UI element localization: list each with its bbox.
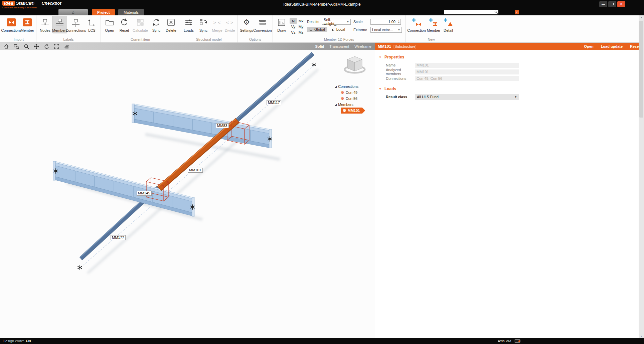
- global-axes-button[interactable]: Global: [307, 27, 327, 32]
- toggle-force-vz[interactable]: Vz: [290, 29, 297, 35]
- results-dropdown-value: Self-weight_...: [324, 18, 345, 26]
- tree-node-members[interactable]: ◢ Members: [335, 102, 365, 108]
- results-dropdown[interactable]: Self-weight_... ▼: [322, 19, 351, 25]
- search-box[interactable]: [444, 10, 498, 14]
- 3d-viewport[interactable]: MM117 MM83 MM101 MM145 MM177 ◢ Connectio…: [0, 50, 375, 338]
- tree-label-con-56: Con 56: [346, 97, 357, 101]
- section-loads[interactable]: ▼ Loads: [375, 84, 644, 94]
- beam-mm117[interactable]: [236, 52, 314, 122]
- panel-load-update-button[interactable]: Load update: [601, 44, 623, 48]
- panel-open-button[interactable]: Open: [584, 44, 594, 48]
- 3d-scene[interactable]: [0, 50, 375, 338]
- section-properties[interactable]: ▼ Properties: [375, 53, 644, 62]
- divide-button[interactable]: < > Divide: [223, 16, 236, 33]
- vertical-scrollbar[interactable]: ▲ ▼: [639, 15, 644, 338]
- sync-current-button[interactable]: Sync: [149, 16, 164, 33]
- zoom-button[interactable]: [23, 43, 29, 49]
- result-class-dropdown[interactable]: All ULS Fund ▼: [415, 94, 519, 100]
- settings-button[interactable]: ⚙ Settings: [239, 16, 254, 33]
- labels-nodes-button[interactable]: Nodes: [38, 16, 52, 33]
- search-input[interactable]: [444, 10, 494, 14]
- zoom-window-button[interactable]: [13, 43, 19, 49]
- tree-node-con-56[interactable]: ⚙ Con 56: [335, 96, 365, 102]
- collapse-triangle-icon[interactable]: ▼: [379, 88, 381, 91]
- labels-connections-button[interactable]: Connections: [67, 16, 85, 33]
- import-member-button[interactable]: Member: [20, 16, 35, 33]
- clipping-plane-button[interactable]: [63, 43, 69, 49]
- tab-materials[interactable]: Materials: [118, 9, 144, 15]
- loads-button[interactable]: Loads: [181, 16, 196, 33]
- spinner-down-icon[interactable]: ▼: [398, 22, 400, 24]
- ribbon-button-label: Sync: [152, 28, 160, 32]
- labels-members-button[interactable]: Members: [52, 16, 67, 33]
- ribbon-button-label: Open: [105, 28, 114, 32]
- minimize-button[interactable]: —: [599, 1, 607, 7]
- extreme-dropdown-value: Local extre...: [372, 28, 393, 32]
- search-icon[interactable]: [494, 10, 498, 14]
- tab-project[interactable]: Project: [92, 9, 115, 15]
- navigation-cube[interactable]: [345, 56, 365, 73]
- sync-icon: [151, 17, 161, 27]
- calculate-button[interactable]: Calculate: [132, 16, 149, 33]
- beam-label-mm83[interactable]: MM83: [216, 123, 229, 128]
- collapse-triangle-icon[interactable]: ▼: [379, 56, 381, 59]
- scale-input[interactable]: [371, 20, 397, 24]
- draw-forces-button[interactable]: Draw: [274, 16, 289, 33]
- reset-view-button[interactable]: Reset: [117, 16, 132, 33]
- sync-model-button[interactable]: Sync: [196, 16, 211, 33]
- tree-node-con-49[interactable]: ⚙ Con 49: [335, 90, 365, 96]
- connections-field[interactable]: Con 49, Con 56: [415, 76, 519, 81]
- tree-node-mm101-selected[interactable]: ⚙ MM101: [341, 108, 365, 114]
- model-tree: ◢ Connections ⚙ Con 49 ⚙ Con 56 ◢ Member…: [335, 83, 365, 114]
- beam-label-mm145[interactable]: MM145: [137, 191, 152, 196]
- beam-label-mm117[interactable]: MM117: [267, 100, 281, 105]
- toggle-force-my[interactable]: My: [297, 24, 305, 29]
- import-connections-button[interactable]: Connections: [3, 16, 20, 33]
- toggle-force-n[interactable]: N: [290, 18, 297, 24]
- delete-button[interactable]: Delete: [164, 16, 178, 33]
- analyzed-members-field[interactable]: MM101: [415, 69, 519, 74]
- beam-mm145[interactable]: [53, 161, 194, 216]
- beam-label-mm101[interactable]: MM101: [188, 168, 203, 173]
- design-code-label: Design code:: [3, 339, 24, 343]
- properties-panel: MM101 [Substructure] Open Load update Re…: [375, 43, 644, 338]
- new-member-button[interactable]: Member: [426, 16, 441, 33]
- toggle-force-vy[interactable]: Vy: [290, 24, 297, 29]
- tree-node-connections[interactable]: ◢ Connections: [335, 83, 365, 90]
- merge-button[interactable]: > < Merge: [211, 16, 223, 33]
- tree-expander-icon[interactable]: ◢: [335, 103, 337, 106]
- zoom-fit-button[interactable]: [53, 43, 59, 49]
- ribbon-group-label: Import: [3, 37, 35, 42]
- scroll-up-icon[interactable]: ▲: [640, 16, 643, 18]
- tree-expander-icon[interactable]: ◢: [335, 85, 337, 88]
- tab-home[interactable]: ⌂: [58, 9, 88, 15]
- view-mode-transparent[interactable]: Transparent: [329, 44, 349, 48]
- conversion-button[interactable]: Conversion: [254, 16, 271, 33]
- name-field[interactable]: MM101: [415, 63, 519, 68]
- extreme-dropdown[interactable]: Local extre... ▼: [370, 27, 402, 33]
- connection-gear-icon: ⚙: [341, 91, 344, 95]
- toggle-force-mx[interactable]: Mx: [297, 18, 305, 24]
- rotate-button[interactable]: [43, 43, 49, 49]
- ribbon-button-label: LCS: [88, 28, 95, 32]
- view-home-button[interactable]: [3, 43, 9, 49]
- chevron-down-icon: ▼: [514, 96, 517, 99]
- view-mode-solid[interactable]: Solid: [315, 44, 324, 48]
- scroll-down-icon[interactable]: ▼: [640, 335, 643, 337]
- maximize-button[interactable]: [608, 1, 616, 7]
- beam-label-mm177[interactable]: MM177: [111, 235, 126, 240]
- scale-spinner[interactable]: ▲▼: [397, 20, 400, 24]
- new-detail-button[interactable]: Detail: [441, 16, 456, 33]
- pan-button[interactable]: [33, 43, 39, 49]
- view-mode-wireframe[interactable]: Wireframe: [354, 44, 371, 48]
- bim-link-toggle-icon[interactable]: [514, 339, 521, 343]
- local-axes-button[interactable]: Local: [329, 27, 347, 32]
- new-connection-button[interactable]: Connection: [407, 16, 426, 33]
- close-button[interactable]: ✕: [617, 1, 625, 7]
- scrollbar-thumb[interactable]: [639, 21, 643, 118]
- info-button[interactable]: i: [515, 10, 519, 14]
- open-button[interactable]: Open: [102, 16, 117, 33]
- toggle-force-mz[interactable]: Mz: [297, 29, 305, 35]
- property-row-connections: Connections Con 49, Con 56: [375, 75, 644, 82]
- labels-lcs-button[interactable]: LCS: [85, 16, 99, 33]
